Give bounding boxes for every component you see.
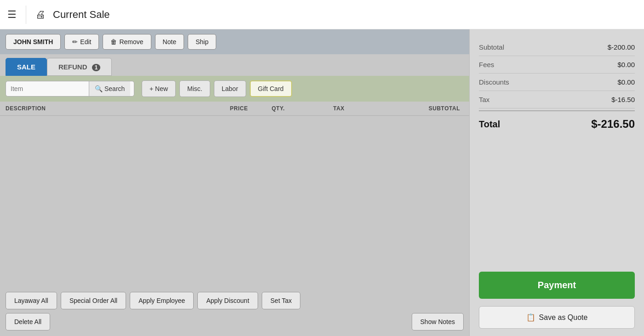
total-value: $-216.50 xyxy=(591,118,635,131)
edit-label: Edit xyxy=(80,38,91,46)
labor-button[interactable]: Labor xyxy=(214,80,246,97)
edit-button[interactable]: ✏ Edit xyxy=(64,34,99,50)
refund-badge: 1 xyxy=(92,64,101,71)
save-quote-label: Save as Quote xyxy=(539,313,588,322)
summary-row-discounts: Discounts $0.00 xyxy=(479,74,635,91)
action-btn-group: + New Misc. Labor Gift Card xyxy=(142,80,292,97)
bottom-row-2: Delete All Show Notes xyxy=(6,313,464,330)
col-header-subtotal: SUBTOTAL xyxy=(369,105,464,112)
col-header-tax: TAX xyxy=(309,105,369,112)
payment-button[interactable]: Payment xyxy=(479,272,635,299)
apply-discount-button[interactable]: Apply Discount xyxy=(197,292,258,309)
subtotal-value: $-200.00 xyxy=(608,43,635,51)
note-button[interactable]: Note xyxy=(155,34,184,50)
bottom-actions: Layaway All Special Order All Apply Empl… xyxy=(0,286,469,336)
layaway-all-button[interactable]: Layaway All xyxy=(6,292,57,309)
fees-value: $0.00 xyxy=(617,61,635,68)
total-label: Total xyxy=(479,119,500,130)
item-input[interactable] xyxy=(6,81,89,96)
item-input-group: 🔍 Search xyxy=(6,81,134,97)
customer-name-button[interactable]: JOHN SMITH xyxy=(6,34,61,50)
special-order-all-button[interactable]: Special Order All xyxy=(61,292,126,309)
summary-row-subtotal: Subtotal $-200.00 xyxy=(479,39,635,56)
show-notes-button[interactable]: Show Notes xyxy=(412,313,464,330)
header-divider xyxy=(26,6,26,24)
ship-button[interactable]: Ship xyxy=(188,34,216,50)
hamburger-icon[interactable]: ☰ xyxy=(7,9,17,21)
tab-refund[interactable]: REFUND 1 xyxy=(47,58,112,76)
tax-value: $-16.50 xyxy=(611,96,635,103)
fees-label: Fees xyxy=(479,61,494,68)
summary-row-fees: Fees $0.00 xyxy=(479,56,635,74)
discounts-value: $0.00 xyxy=(617,78,635,86)
table-header: DESCRIPTION PRICE QTY. TAX SUBTOTAL xyxy=(0,102,469,116)
main-container: JOHN SMITH ✏ Edit 🗑 Remove Note Ship SAL… xyxy=(0,29,644,336)
total-row: Total $-216.50 xyxy=(479,110,635,140)
edit-icon: ✏ xyxy=(72,38,78,46)
search-label: Search xyxy=(104,85,125,92)
col-header-description: DESCRIPTION xyxy=(6,105,187,112)
search-icon: 🔍 xyxy=(95,85,103,92)
subtotal-label: Subtotal xyxy=(479,43,504,51)
left-panel: JOHN SMITH ✏ Edit 🗑 Remove Note Ship SAL… xyxy=(0,29,469,336)
gift-card-button[interactable]: Gift Card xyxy=(250,80,292,97)
right-panel: Subtotal $-200.00 Fees $0.00 Discounts $… xyxy=(469,29,644,336)
refund-label: REFUND xyxy=(58,63,87,71)
page-title: Current Sale xyxy=(53,9,110,21)
new-button[interactable]: + New xyxy=(142,80,176,97)
set-tax-button[interactable]: Set Tax xyxy=(262,292,300,309)
header: ☰ 🖨 Current Sale xyxy=(0,0,644,29)
item-search-bar: 🔍 Search + New Misc. Labor Gift Card xyxy=(0,76,469,102)
delete-all-button[interactable]: Delete All xyxy=(6,313,50,330)
search-button[interactable]: 🔍 Search xyxy=(89,81,130,96)
register-icon: 🖨 xyxy=(35,9,46,21)
tabs-bar: SALE REFUND 1 xyxy=(0,54,469,76)
col-header-price: PRICE xyxy=(187,105,248,112)
summary-row-tax: Tax $-16.50 xyxy=(479,91,635,108)
remove-button[interactable]: 🗑 Remove xyxy=(103,34,151,50)
remove-icon: 🗑 xyxy=(110,38,117,46)
summary-section: Subtotal $-200.00 Fees $0.00 Discounts $… xyxy=(479,39,635,272)
bottom-row-1: Layaway All Special Order All Apply Empl… xyxy=(6,292,464,309)
customer-bar: JOHN SMITH ✏ Edit 🗑 Remove Note Ship xyxy=(0,29,469,54)
remove-label: Remove xyxy=(119,38,143,46)
discounts-label: Discounts xyxy=(479,78,509,86)
misc-button[interactable]: Misc. xyxy=(179,80,210,97)
save-quote-icon: 📋 xyxy=(526,313,535,322)
tab-sale[interactable]: SALE xyxy=(6,58,47,76)
apply-employee-button[interactable]: Apply Employee xyxy=(130,292,194,309)
col-header-qty: QTY. xyxy=(248,105,309,112)
tax-label: Tax xyxy=(479,96,489,103)
save-quote-button[interactable]: 📋 Save as Quote xyxy=(479,306,635,329)
table-body xyxy=(0,116,469,286)
